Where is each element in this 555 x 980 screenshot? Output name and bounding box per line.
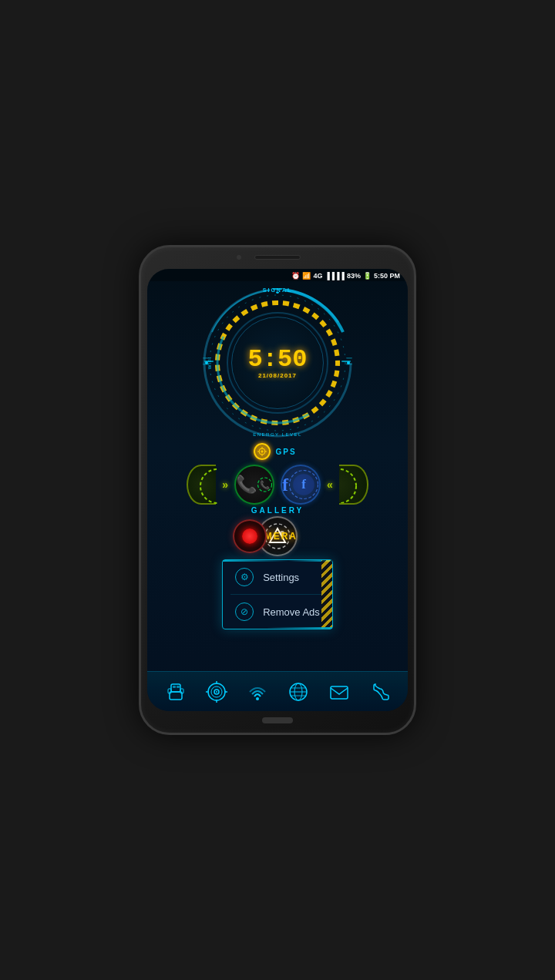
home-button[interactable] (262, 717, 293, 723)
phone-call-icon: 📞 (257, 474, 273, 495)
svg-rect-33 (173, 686, 176, 688)
status-bar: ⏰ 📶 4G ▐▐▐▐ 83% 🔋 5:50 PM (147, 269, 408, 281)
phone-speaker (254, 255, 301, 260)
svg-point-13 (347, 361, 350, 364)
record-button[interactable] (233, 519, 267, 553)
dock-ironman-icon[interactable] (163, 680, 188, 704)
svg-text:f: f (301, 477, 306, 492)
screen: ⏰ 📶 4G ▐▐▐▐ 83% 🔋 5:50 PM (147, 269, 408, 711)
dock-wifi-icon[interactable] (245, 680, 270, 704)
apps-row: » 📞 f (179, 463, 376, 506)
signal-type-label: 4G (313, 272, 322, 280)
battery-label: 83% (347, 272, 361, 280)
settings-label: Settings (263, 572, 299, 583)
globe-svg (288, 681, 309, 703)
phone-app-wrapper: 📞 (234, 465, 274, 505)
gps-label: GPS (275, 448, 296, 456)
mail-svg (328, 681, 350, 703)
clock-time: 5:50 (248, 347, 308, 372)
dock-globe-icon[interactable] (286, 680, 311, 704)
bottom-dock (147, 671, 408, 711)
remove-ads-menu-item[interactable]: ⊘ Remove Ads (223, 595, 332, 629)
svg-rect-32 (171, 684, 180, 692)
gps-target-icon (257, 447, 267, 456)
camera-row: CAMERA (242, 516, 313, 556)
clock-center: 5:50 21/08/2017 (231, 317, 324, 409)
alarm-icon: ⏰ (291, 272, 300, 280)
dock-target-icon[interactable] (204, 680, 229, 704)
left-partial-app-icon[interactable] (187, 465, 216, 505)
right-partial-app-svg (339, 466, 368, 505)
target-svg (206, 681, 227, 703)
energy-label: ENERGY LEVEL (253, 432, 302, 437)
wifi-label: WIFI (207, 357, 212, 370)
front-camera (237, 255, 241, 260)
dock-mail-icon[interactable] (327, 680, 352, 704)
facebook-icon-svg: f (288, 465, 319, 505)
phone-svg (369, 681, 391, 703)
ironman-svg (165, 681, 187, 703)
settings-menu-item[interactable]: ⚙ Settings (223, 560, 332, 594)
right-partial-app-icon[interactable] (339, 465, 368, 505)
status-icons: ⏰ 📶 4G ▐▐▐▐ 83% 🔋 5:50 PM (291, 272, 400, 280)
context-menu-stripe (321, 560, 332, 629)
phone-shell: ⏰ 📶 4G ▐▐▐▐ 83% 🔋 5:50 PM (139, 245, 416, 735)
wifi-svg (247, 681, 268, 703)
svg-point-28 (339, 469, 356, 503)
svg-rect-34 (177, 686, 180, 688)
gps-row: GPS (238, 440, 316, 463)
settings-icon: ⚙ (235, 568, 254, 586)
time-label: 5:50 PM (374, 272, 400, 280)
gallery-label: GALLERY (251, 506, 304, 515)
wifi-status-icon: 📶 (302, 272, 311, 280)
signal-bars-icon: ▐▐▐▐ (325, 272, 345, 280)
svg-rect-52 (331, 686, 348, 699)
context-menu: ⚙ Settings ⊘ Remove Ads (222, 559, 333, 629)
record-dot (242, 529, 257, 544)
svg-point-46 (256, 697, 259, 700)
left-arrow[interactable]: » (222, 478, 228, 491)
phone-app-icon[interactable]: 📞 (234, 465, 274, 505)
svg-point-41 (216, 691, 217, 693)
volume-down-button[interactable] (414, 409, 416, 440)
clock-date: 21/08/2017 (258, 372, 297, 379)
right-arrow[interactable]: « (327, 478, 333, 491)
facebook-app-icon[interactable]: f (281, 465, 321, 505)
svg-point-22 (200, 469, 217, 503)
facebook-app-wrapper: f (281, 465, 321, 505)
partial-app-svg (188, 466, 217, 506)
remove-ads-icon: ⊘ (235, 602, 254, 621)
signal-label: SIGNAL (263, 287, 292, 293)
clock-widget: SIGNAL WIFI ENERGY LEVEL 5:50 21/08/2017 (200, 286, 355, 440)
power-button[interactable] (139, 371, 141, 417)
battery-icon: 🔋 (363, 272, 372, 280)
hud-section: SIGNAL WIFI ENERGY LEVEL 5:50 21/08/2017 (147, 281, 408, 633)
remove-ads-label: Remove Ads (263, 606, 320, 618)
svg-point-17 (261, 451, 264, 453)
svg-rect-9 (346, 357, 352, 359)
svg-text:📞: 📞 (260, 480, 271, 490)
volume-up-button[interactable] (414, 371, 416, 401)
dock-phone-icon[interactable] (368, 680, 392, 704)
gps-icon[interactable] (254, 443, 271, 460)
gallery-label-row: GALLERY (251, 506, 304, 516)
